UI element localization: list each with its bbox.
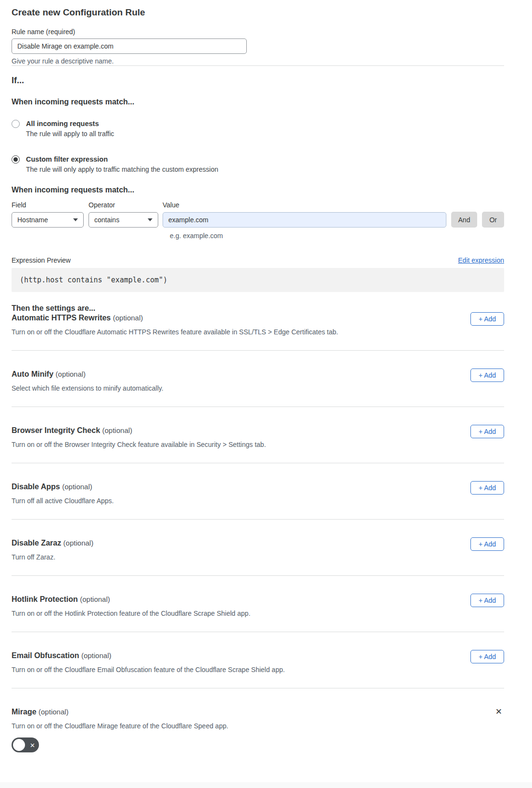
- section-divider: [12, 65, 504, 66]
- setting-description: Turn off Zaraz.: [12, 553, 461, 561]
- optional-suffix: (optional): [81, 651, 112, 660]
- setting-name: Auto Minify (optional): [12, 369, 461, 379]
- if-heading: If...: [12, 76, 504, 86]
- toggle-knob: [13, 739, 25, 751]
- setting-block: Browser Integrity Check (optional) Turn …: [12, 407, 504, 463]
- radio-option-description: The rule will apply to all traffic: [26, 130, 114, 138]
- operator-label: Operator: [89, 201, 158, 209]
- setting-block: Hotlink Protection (optional) Turn on or…: [12, 576, 504, 632]
- page-bottom-strip: [0, 782, 532, 788]
- setting-name: Disable Apps (optional): [12, 482, 461, 492]
- optional-suffix: (optional): [63, 539, 94, 547]
- setting-name: Hotlink Protection (optional): [12, 595, 461, 604]
- value-input[interactable]: [163, 212, 446, 228]
- field-select-value: Hostname: [17, 216, 48, 224]
- operator-select-value: contains: [94, 216, 119, 224]
- radio-button-icon[interactable]: [12, 155, 20, 164]
- setting-name: Browser Integrity Check (optional): [12, 426, 461, 435]
- create-configuration-rule-page: Create new Configuration Rule Rule name …: [0, 0, 532, 766]
- add-setting-button[interactable]: + Add: [470, 481, 504, 495]
- setting-row: Disable Zaraz (optional) Turn off Zaraz.…: [12, 520, 504, 575]
- add-setting-button[interactable]: + Add: [470, 594, 504, 607]
- radio-option-label: Custom filter expression: [26, 155, 218, 164]
- expression-builder-row: Field Hostname Operator contains Value A…: [12, 201, 504, 228]
- setting-description: Turn on or off the Hotlink Protection fe…: [12, 610, 461, 618]
- setting-block: Disable Zaraz (optional) Turn off Zaraz.…: [12, 520, 504, 576]
- field-select[interactable]: Hostname: [12, 212, 84, 228]
- toggle-x-icon: ✕: [30, 741, 35, 749]
- operator-select[interactable]: contains: [89, 212, 158, 228]
- setting-name: Disable Zaraz (optional): [12, 538, 461, 548]
- setting-row: Browser Integrity Check (optional) Turn …: [12, 407, 504, 463]
- close-icon[interactable]: ✕: [494, 706, 504, 718]
- setting-row: Hotlink Protection (optional) Turn on or…: [12, 576, 504, 632]
- setting-block: Mirage (optional) Turn on or off the Clo…: [12, 688, 504, 766]
- radio-option-custom-filter-expression[interactable]: Custom filter expression The rule will o…: [12, 155, 504, 174]
- or-button[interactable]: Or: [482, 212, 504, 228]
- optional-suffix: (optional): [113, 314, 143, 322]
- and-button[interactable]: And: [451, 212, 478, 228]
- setting-row: Email Obfuscation (optional) Turn on or …: [12, 632, 504, 688]
- page-title: Create new Configuration Rule: [12, 7, 504, 18]
- radio-button-icon[interactable]: [12, 120, 20, 128]
- rule-name-hint: Give your rule a descriptive name.: [12, 57, 504, 65]
- rule-name-group: Rule name (required) Give your rule a de…: [12, 28, 504, 65]
- setting-row: Automatic HTTPS Rewrites (optional) Turn…: [12, 313, 504, 350]
- setting-name: Mirage (optional): [12, 707, 484, 717]
- setting-description: Turn on or off the Cloudflare Mirage fea…: [12, 722, 484, 730]
- setting-block: Disable Apps (optional) Turn off all act…: [12, 463, 504, 520]
- expression-preview-box: (http.host contains "example.com"): [12, 268, 504, 292]
- incoming-requests-heading: When incoming requests match...: [12, 97, 504, 107]
- setting-block: Automatic HTTPS Rewrites (optional) Turn…: [12, 313, 504, 351]
- setting-name: Automatic HTTPS Rewrites (optional): [12, 313, 461, 323]
- setting-description: Turn on or off the Browser Integrity Che…: [12, 441, 461, 449]
- setting-row: Auto Minify (optional) Select which file…: [12, 351, 504, 407]
- setting-description: Select which file extensions to minify a…: [12, 384, 461, 393]
- add-setting-button[interactable]: + Add: [470, 425, 504, 438]
- add-setting-button[interactable]: + Add: [470, 369, 504, 382]
- edit-expression-link[interactable]: Edit expression: [458, 256, 504, 264]
- setting-block: Email Obfuscation (optional) Turn on or …: [12, 632, 504, 688]
- optional-suffix: (optional): [102, 426, 133, 434]
- chevron-down-icon: [148, 218, 152, 221]
- setting-description: Turn on or off the Cloudflare Automatic …: [12, 328, 461, 336]
- rule-name-input[interactable]: [12, 38, 247, 54]
- field-label: Field: [12, 201, 84, 209]
- setting-toggle-off[interactable]: ✕: [12, 737, 39, 752]
- setting-description: Turn on or off the Cloudflare Email Obfu…: [12, 666, 461, 674]
- add-setting-button[interactable]: + Add: [470, 650, 504, 663]
- optional-suffix: (optional): [38, 708, 69, 716]
- radio-option-all-incoming-requests[interactable]: All incoming requests The rule will appl…: [12, 119, 504, 138]
- value-hint: e.g. example.com: [170, 232, 504, 240]
- settings-heading: Then the settings are...: [12, 304, 504, 313]
- expression-builder-heading: When incoming requests match...: [12, 185, 504, 195]
- add-setting-button[interactable]: + Add: [470, 537, 504, 551]
- radio-option-description: The rule will only apply to traffic matc…: [26, 165, 218, 174]
- add-setting-button[interactable]: + Add: [470, 312, 504, 326]
- setting-name: Email Obfuscation (optional): [12, 651, 461, 661]
- setting-row: Disable Apps (optional) Turn off all act…: [12, 463, 504, 519]
- setting-description: Turn off all active Cloudflare Apps.: [12, 497, 461, 505]
- optional-suffix: (optional): [62, 483, 92, 491]
- setting-row: Mirage (optional) Turn on or off the Clo…: [12, 688, 504, 766]
- expression-preview-header: Expression Preview Edit expression: [12, 256, 504, 265]
- settings-list: Automatic HTTPS Rewrites (optional) Turn…: [12, 313, 504, 766]
- setting-block: Auto Minify (optional) Select which file…: [12, 351, 504, 407]
- value-label: Value: [163, 201, 446, 209]
- rule-name-label: Rule name (required): [12, 28, 504, 36]
- radio-option-label: All incoming requests: [26, 119, 114, 128]
- expression-preview-label: Expression Preview: [12, 256, 71, 265]
- chevron-down-icon: [73, 218, 78, 221]
- optional-suffix: (optional): [56, 370, 86, 378]
- optional-suffix: (optional): [80, 595, 110, 603]
